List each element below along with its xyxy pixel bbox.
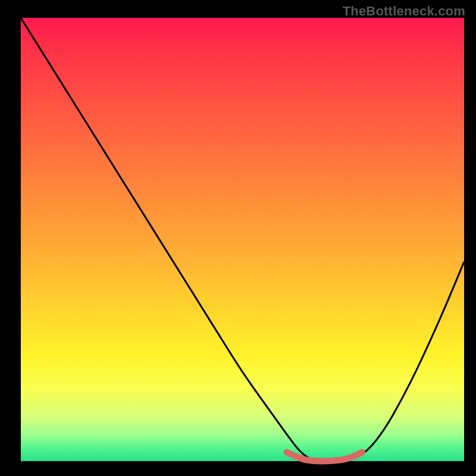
chart-frame: TheBottleneck.com <box>0 0 476 476</box>
highlight-path <box>287 452 362 461</box>
bottleneck-curve <box>21 18 464 461</box>
curve-path <box>21 18 464 461</box>
plot-area <box>21 18 464 461</box>
watermark-text: TheBottleneck.com <box>343 4 465 19</box>
